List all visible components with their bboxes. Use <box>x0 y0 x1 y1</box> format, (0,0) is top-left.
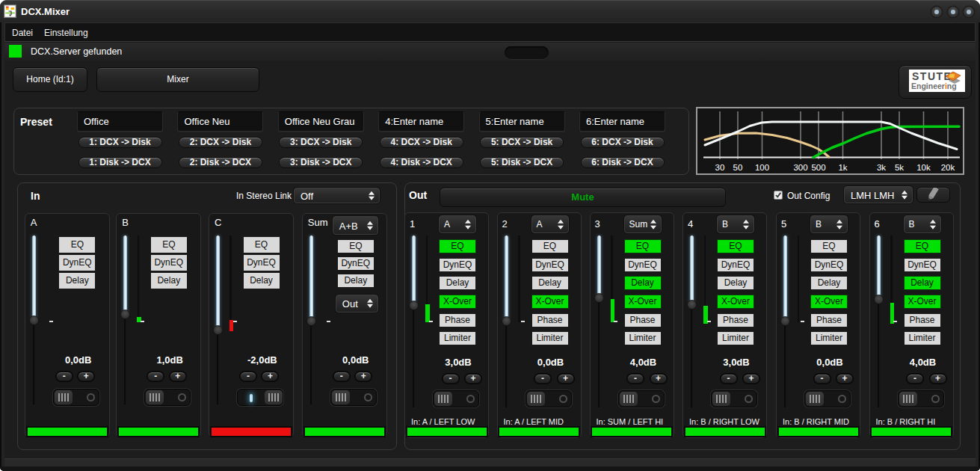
svg-text:20k: 20k <box>941 163 955 172</box>
svg-text:300: 300 <box>793 163 807 172</box>
svg-text:1k: 1k <box>838 163 847 172</box>
svg-text:100: 100 <box>755 163 769 172</box>
svg-text:50: 50 <box>733 163 743 172</box>
svg-text:500: 500 <box>811 163 825 172</box>
svg-text:10k: 10k <box>916 163 931 172</box>
svg-text:3k: 3k <box>877 163 886 172</box>
svg-text:30: 30 <box>715 163 725 172</box>
svg-text:5k: 5k <box>895 163 904 172</box>
